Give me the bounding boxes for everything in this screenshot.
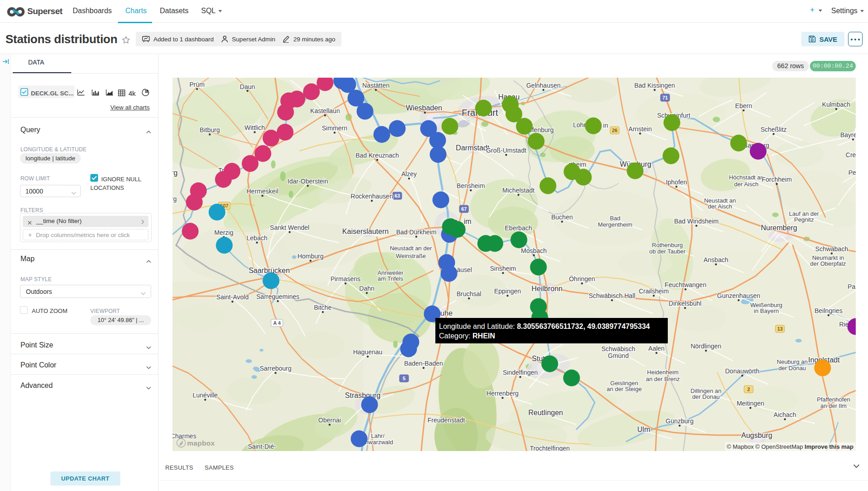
svg-text:Neuburg an: Neuburg an (777, 358, 808, 365)
svg-text:Baden-Baden: Baden-Baden (404, 360, 443, 367)
svg-text:71: 71 (662, 95, 668, 100)
svg-text:Heilbronn: Heilbronn (532, 285, 562, 293)
svg-text:Saint-Avold: Saint-Avold (216, 293, 248, 301)
svg-text:Neustadt an der: Neustadt an der (390, 245, 432, 252)
svg-text:Heidenheim: Heidenheim (647, 369, 678, 376)
svg-text:Haguenau: Haguenau (353, 348, 383, 356)
svg-text:Sarreguemines: Sarreguemines (256, 293, 300, 300)
svg-text:Weinstraße: Weinstraße (396, 253, 426, 259)
svg-text:Bayreuth: Bayreuth (840, 131, 856, 139)
svg-text:Mergentheim: Mergentheim (598, 221, 632, 228)
svg-text:der Donau: der Donau (692, 393, 720, 400)
svg-text:rg: rg (173, 169, 178, 177)
svg-text:Rockenhausen: Rockenhausen (350, 193, 393, 200)
svg-text:mapbox: mapbox (187, 439, 215, 446)
svg-text:Alzey: Alzey (401, 170, 417, 178)
svg-text:Gmünd: Gmünd (608, 352, 629, 359)
svg-text:Arnstein: Arnstein (628, 125, 651, 133)
svg-text:A 4: A 4 (273, 320, 281, 326)
svg-text:Höchstadt an: Höchstadt an (729, 174, 764, 181)
svg-text:Bitburg: Bitburg (200, 126, 220, 134)
svg-text:Sankt Wendel: Sankt Wendel (270, 224, 310, 231)
svg-text:5: 5 (403, 376, 405, 381)
svg-text:Donauwörth: Donauwörth (725, 367, 760, 375)
svg-text:Hermeskeil: Hermeskeil (247, 188, 278, 195)
svg-text:Ebern: Ebern (735, 102, 752, 109)
svg-text:Ansbach: Ansbach (704, 256, 728, 263)
svg-text:Kulmbach: Kulmbach (822, 101, 850, 108)
svg-text:Scheßlitz: Scheßlitz (760, 126, 787, 133)
svg-text:Pfaffenhofen: Pfaffenhofen (817, 396, 850, 403)
svg-text:Reutlingen: Reutlingen (528, 409, 563, 417)
svg-text:an der Ilm: an der Ilm (820, 402, 847, 409)
svg-text:Trochtelfingen: Trochtelfingen (530, 445, 570, 451)
svg-text:Herrenberg: Herrenberg (487, 390, 519, 397)
svg-text:Beilngries: Beilngries (814, 307, 842, 314)
svg-text:Pegnitz: Pegnitz (794, 216, 814, 223)
svg-text:Nastätten: Nastätten (362, 82, 390, 89)
svg-text:67: 67 (461, 206, 467, 212)
svg-text:Lunéville: Lunéville (192, 392, 217, 399)
svg-text:Par: Par (848, 283, 856, 290)
svg-text:Eberbach: Eberbach (505, 224, 532, 232)
svg-text:der Aisch: der Aisch (708, 203, 732, 210)
svg-text:Nuremberg: Nuremberg (761, 224, 797, 232)
svg-text:Merzig: Merzig (214, 229, 233, 236)
svg-text:Sinsheim: Sinsheim (490, 265, 516, 272)
svg-text:Eppingen: Eppingen (494, 288, 521, 295)
svg-text:an der Steige: an der Steige (607, 386, 641, 392)
svg-text:Sarrebourg: Sarrebourg (260, 365, 291, 372)
svg-text:Lebach: Lebach (247, 234, 267, 242)
svg-text:Freudenstadt: Freudenstadt (428, 417, 465, 424)
svg-text:Groß-Umstadt: Groß-Umstadt (486, 147, 527, 154)
svg-text:Dahn: Dahn (359, 285, 374, 292)
svg-text:Iphofen: Iphofen (666, 179, 687, 186)
svg-text:Bruchsal: Bruchsal (457, 290, 481, 298)
svg-text:Michelstadt: Michelstadt (503, 187, 535, 194)
svg-text:Bad Kissingen: Bad Kissingen (634, 82, 675, 89)
svg-text:Simmern: Simmern (322, 124, 347, 132)
svg-text:ob der Tauber: ob der Tauber (649, 248, 686, 255)
svg-text:der Aisch: der Aisch (734, 181, 758, 188)
svg-text:Dinkelsbühl: Dinkelsbühl (669, 300, 701, 307)
svg-text:Bensheim: Bensheim (457, 182, 485, 189)
svg-text:Wiesbaden: Wiesbaden (406, 104, 442, 112)
svg-text:der Donau: der Donau (779, 365, 806, 372)
svg-text:2: 2 (747, 387, 750, 392)
svg-text:Bad Kreuznach: Bad Kreuznach (355, 152, 399, 159)
svg-text:in Bayern: in Bayern (754, 307, 779, 314)
svg-text:Schwabach: Schwabach (815, 245, 848, 253)
svg-text:Schwäbisch Hall: Schwäbisch Hall (589, 292, 636, 299)
svg-text:Darmstadt: Darmstadt (456, 144, 489, 152)
svg-text:Prüm: Prüm (189, 81, 204, 88)
svg-text:Augsburg: Augsburg (741, 431, 773, 439)
svg-text:26: 26 (612, 128, 617, 133)
svg-text:Daun: Daun (240, 83, 255, 90)
svg-text:13: 13 (777, 326, 783, 332)
svg-text:Sindelfingen: Sindelfingen (503, 369, 538, 376)
svg-text:im: im (464, 218, 472, 225)
svg-text:Crailsheim: Crailsheim (639, 288, 669, 295)
svg-text:63: 63 (395, 193, 400, 198)
svg-text:Forchheim: Forchheim (762, 176, 792, 183)
svg-text:Ulm: Ulm (637, 426, 650, 433)
svg-text:Bad: Bad (610, 215, 620, 222)
svg-text:Rothenburg: Rothenburg (652, 242, 683, 248)
svg-text:Bad Dürkheim: Bad Dürkheim (396, 228, 437, 236)
svg-text:rg: rg (173, 195, 177, 203)
svg-text:Wittlich: Wittlich (244, 124, 265, 131)
svg-text:Idar-Oberstein: Idar-Oberstein (287, 178, 328, 185)
svg-text:Schwäbisch: Schwäbisch (602, 345, 636, 352)
svg-text:am Trifels: am Trifels (378, 275, 404, 282)
svg-text:Feuchtwangen: Feuchtwangen (665, 281, 706, 288)
svg-text:Kastellaun: Kastellaun (310, 107, 340, 114)
svg-text:Bad Windsheim: Bad Windsheim (674, 218, 719, 225)
svg-text:Gelnhausen: Gelnhausen (526, 82, 561, 89)
svg-text:Creußen: Creußen (846, 151, 856, 159)
svg-text:Kaiserslautern: Kaiserslautern (342, 228, 389, 235)
svg-text:Meitingen: Meitingen (737, 400, 764, 407)
svg-text:Aichach: Aichach (774, 411, 796, 418)
svg-text:Pirmasens: Pirmasens (330, 275, 360, 283)
svg-text:Pegnitz: Pegnitz (848, 169, 856, 176)
svg-text:Obernai: Obernai (318, 417, 341, 424)
